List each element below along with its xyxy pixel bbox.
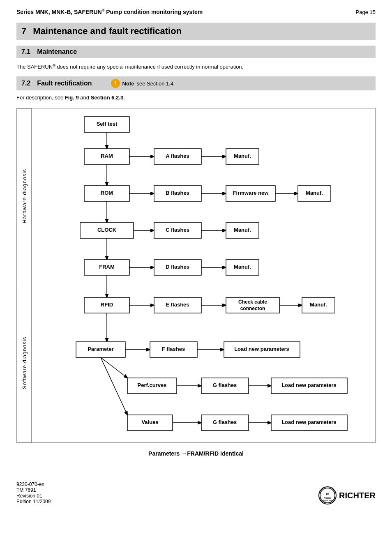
- footer-revision: Revision 01: [16, 493, 51, 499]
- page-header: Series MNK, MNK-B, SAFERUN® Pump conditi…: [16, 8, 376, 15]
- parameters-note: Parameters →FRAM/RFID identical: [16, 450, 376, 457]
- section-72-header: 7.2 Fault rectification ! Note see Secti…: [16, 76, 376, 90]
- fram-label: FRAM: [99, 264, 115, 270]
- svg-line-47: [101, 357, 127, 415]
- rfid-label: RFID: [101, 302, 113, 308]
- ram-label: RAM: [101, 153, 113, 159]
- footer-left: 9230-070-en TM 7691 Revision 01 Edition …: [16, 481, 51, 504]
- section-7-num: 7: [21, 26, 26, 37]
- f-flashes-label: F flashes: [162, 346, 185, 352]
- connecton-label: connecton: [240, 306, 265, 312]
- diagram-svg: Self test RAM A flashes Manuf. ROM: [35, 113, 372, 437]
- manuf-5-label: Manuf.: [310, 302, 327, 308]
- load-params-g1-label: Load new parameters: [281, 382, 337, 389]
- section-71-num: 7.1: [21, 48, 30, 55]
- svg-line-41: [101, 357, 127, 378]
- section-7-title: Maintenance and fault rectification: [33, 26, 182, 37]
- c-flashes-label: C flashes: [166, 227, 189, 233]
- section-7-header: 7 Maintenance and fault rectification: [16, 23, 376, 40]
- svg-text:Process: Process: [324, 497, 331, 499]
- a-flashes-label: A flashes: [166, 153, 189, 159]
- perf-curves-label: Perf.curves: [138, 382, 167, 389]
- manuf-3-label: Manuf.: [234, 227, 251, 233]
- section-72-num: 7.2: [21, 80, 30, 87]
- manuf-4-label: Manuf.: [234, 264, 251, 270]
- load-params-f-label: Load new parameters: [234, 346, 289, 352]
- g-flashes-1-label: G flashes: [213, 382, 237, 389]
- manuf-1-label: Manuf.: [234, 153, 251, 159]
- page-number: Page 15: [356, 9, 376, 15]
- section-72-title: Fault rectification: [37, 80, 92, 87]
- values-label: Values: [141, 419, 158, 426]
- d-flashes-label: D flashes: [166, 264, 189, 270]
- note-icon: !: [111, 79, 120, 88]
- diagram-content: Self test RAM A flashes Manuf. ROM: [32, 108, 375, 442]
- check-cable-label: Check cable: [238, 299, 267, 305]
- rom-label: ROM: [101, 190, 113, 196]
- diagram-container: Hardware diagnosis Software diagnosis Se…: [16, 108, 376, 443]
- manuf-2-label: Manuf.: [306, 190, 323, 196]
- load-params-g2-label: Load new parameters: [281, 419, 337, 426]
- page-footer: 9230-070-en TM 7691 Revision 01 Edition …: [16, 481, 376, 504]
- richter-name: RICHTER: [339, 491, 376, 500]
- b-flashes-label: B flashes: [166, 190, 189, 196]
- note-badge: ! Note see Section 1.4: [111, 79, 174, 88]
- g-flashes-2-label: G flashes: [213, 419, 237, 426]
- note-text: see Section 1.4: [137, 81, 174, 87]
- maintenance-para: The SAFERUN® does not require any specia…: [16, 63, 376, 71]
- self-test-label: Self test: [97, 121, 118, 127]
- firmware-new-label: Firmware new: [233, 190, 269, 196]
- software-diagnosis-label: Software diagnosis: [17, 283, 31, 442]
- richter-circle-icon: IR Process Pumps & Valves: [318, 486, 337, 504]
- header-title: Series MNK, MNK-B, SAFERUN® Pump conditi…: [16, 8, 203, 15]
- parameter-label: Parameter: [88, 346, 114, 352]
- richter-logo: IR Process Pumps & Valves RICHTER: [318, 486, 376, 504]
- svg-text:Pumps & Valves: Pumps & Valves: [322, 500, 333, 502]
- section-71-title: Maintenance: [37, 48, 77, 55]
- svg-text:IR: IR: [326, 493, 329, 495]
- hardware-diagnosis-label: Hardware diagnosis: [17, 108, 31, 283]
- footer-tm: TM 7691: [16, 487, 51, 493]
- e-flashes-label: E flashes: [166, 302, 189, 308]
- clock-label: CLOCK: [97, 227, 117, 233]
- footer-edition: Edition 11/2009: [16, 499, 51, 504]
- section-71-header: 7.1 Maintenance: [16, 46, 376, 58]
- for-description: For description, see Fig. 9 and Section …: [16, 94, 376, 101]
- footer-doc-num: 9230-070-en: [16, 481, 51, 487]
- note-label: Note: [122, 81, 134, 87]
